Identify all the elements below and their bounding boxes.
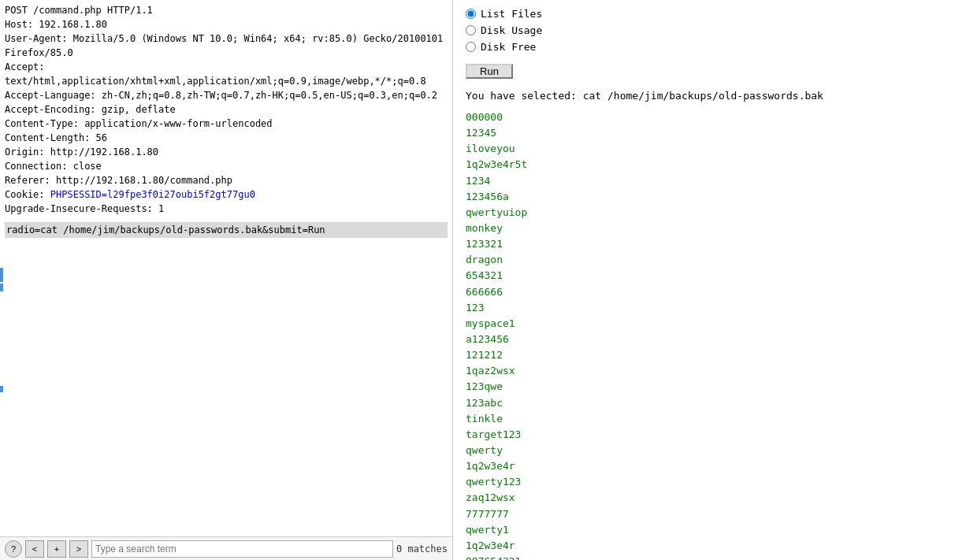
request-line: Referer: http://192.168.1.80/command.php <box>5 173 448 187</box>
list-item: 123abc <box>466 395 964 411</box>
request-line: Accept-Language: zh-CN,zh;q=0.8,zh-TW;q=… <box>5 88 448 102</box>
scroll-marker-1 <box>0 268 3 282</box>
request-line: Origin: http://192.168.1.80 <box>5 145 448 159</box>
selected-info: You have selected: cat /home/jim/backups… <box>466 90 964 102</box>
param-line: radio=cat /home/jim/backups/old-password… <box>5 222 448 238</box>
list-item: 123321 <box>466 236 964 252</box>
radio-label-text-2: Disk Free <box>481 41 536 53</box>
request-line: Content-Length: 56 <box>5 131 448 145</box>
request-line: Content-Type: application/x-www-form-url… <box>5 117 448 131</box>
list-item: qwertyuiop <box>466 205 964 221</box>
radio-option-1[interactable]: Disk Usage <box>466 24 964 36</box>
request-line: User-Agent: Mozilla/5.0 (Windows NT 10.0… <box>5 32 448 60</box>
request-line: Cookie: PHPSESSID=l29fpe3f0i27oubi5f2gt7… <box>5 187 448 202</box>
list-item: 654321 <box>466 268 964 284</box>
match-count: 0 matches <box>396 543 448 554</box>
list-item: 123qwe <box>466 379 964 395</box>
request-line: Connection: close <box>5 159 448 173</box>
scroll-marker-2 <box>0 284 3 291</box>
list-item: 12345 <box>466 125 964 141</box>
list-item: monkey <box>466 221 964 236</box>
list-item: 121212 <box>466 347 964 363</box>
radio-option-2[interactable]: Disk Free <box>466 41 964 53</box>
left-footer: ? < + > 0 matches <box>0 536 452 560</box>
radio-input-1[interactable] <box>466 25 476 35</box>
radio-label-text-0: List Files <box>481 8 542 20</box>
password-list: 00000012345iloveyou1q2w3e4r5t1234123456a… <box>466 109 964 560</box>
list-item: 1q2w3e4r <box>466 538 964 554</box>
right-panel: List FilesDisk UsageDisk Free Run You ha… <box>453 0 977 560</box>
list-item: 123 <box>466 300 964 316</box>
request-line: POST /command.php HTTP/1.1 <box>5 3 448 17</box>
radio-input-0[interactable] <box>466 9 476 19</box>
left-panel: POST /command.php HTTP/1.1Host: 192.168.… <box>0 0 453 560</box>
list-item: qwerty1 <box>466 522 964 538</box>
list-item: 7777777 <box>466 506 964 522</box>
request-line: Accept-Encoding: gzip, deflate <box>5 102 448 117</box>
request-line: Host: 192.168.1.80 <box>5 17 448 32</box>
list-item: 1qaz2wsx <box>466 363 964 379</box>
list-item: qwerty123 <box>466 474 964 490</box>
radio-group: List FilesDisk UsageDisk Free <box>466 8 964 53</box>
prev-button[interactable]: < <box>25 540 44 558</box>
run-button[interactable]: Run <box>466 64 513 79</box>
list-item: dragon <box>466 252 964 268</box>
list-item: 000000 <box>466 109 964 125</box>
radio-option-0[interactable]: List Files <box>466 8 964 20</box>
radio-label-text-1: Disk Usage <box>481 24 542 36</box>
list-item: zaq12wsx <box>466 490 964 506</box>
scroll-marker-3 <box>0 386 3 392</box>
list-item: 123456a <box>466 189 964 205</box>
list-item: iloveyou <box>466 141 964 157</box>
cookie-label: Cookie: <box>5 189 50 200</box>
list-item: 1q2w3e4r5t <box>466 157 964 172</box>
search-input[interactable] <box>91 540 393 558</box>
list-item: 666666 <box>466 284 964 300</box>
request-line: Upgrade-Insecure-Requests: 1 <box>5 202 448 216</box>
list-item: qwerty <box>466 443 964 458</box>
list-item: 987654321 <box>466 554 964 560</box>
list-item: tinkle <box>466 411 964 427</box>
list-item: a123456 <box>466 332 964 347</box>
list-item: 1q2w3e4r <box>466 458 964 474</box>
help-button[interactable]: ? <box>5 540 22 558</box>
request-line: Accept: text/html,application/xhtml+xml,… <box>5 60 448 88</box>
list-item: target123 <box>466 427 964 443</box>
radio-input-2[interactable] <box>466 42 476 52</box>
list-item: 1234 <box>466 173 964 189</box>
list-item: myspace1 <box>466 316 964 332</box>
next-button[interactable]: + <box>47 540 66 558</box>
forward-button[interactable]: > <box>69 540 88 558</box>
request-content: POST /command.php HTTP/1.1Host: 192.168.… <box>0 0 452 536</box>
cookie-value: PHPSESSID=l29fpe3f0i27oubi5f2gt77gu0 <box>50 189 255 200</box>
